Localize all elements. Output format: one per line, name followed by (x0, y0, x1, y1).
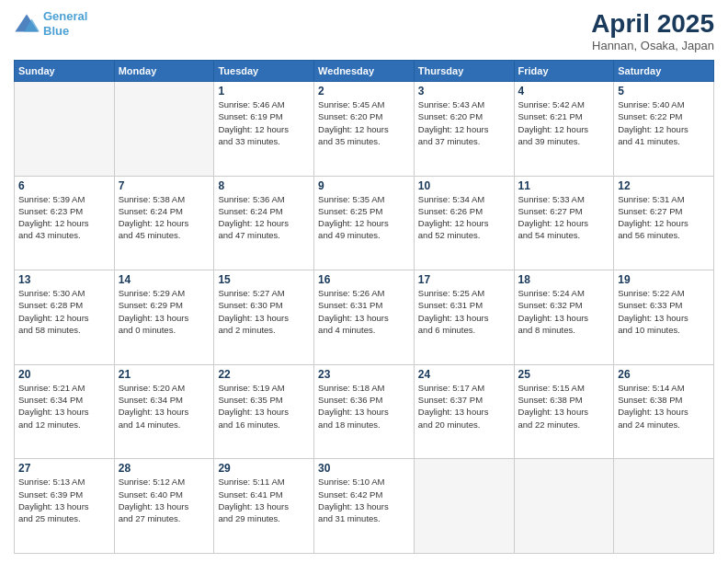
calendar-cell: 18Sunrise: 5:24 AM Sunset: 6:32 PM Dayli… (514, 270, 614, 365)
week-row-1: 1Sunrise: 5:46 AM Sunset: 6:19 PM Daylig… (15, 82, 714, 177)
day-number: 14 (119, 273, 210, 286)
calendar-cell: 17Sunrise: 5:25 AM Sunset: 6:31 PM Dayli… (414, 270, 514, 365)
logo-text: General Blue (43, 9, 87, 38)
month-title: April 2025 (591, 9, 714, 39)
calendar-cell (514, 459, 614, 554)
day-info: Sunrise: 5:34 AM Sunset: 6:26 PM Dayligh… (418, 193, 510, 242)
col-header-wednesday: Wednesday (314, 61, 415, 82)
day-number: 21 (119, 368, 210, 381)
day-number: 23 (318, 368, 410, 381)
calendar-cell: 30Sunrise: 5:10 AM Sunset: 6:42 PM Dayli… (314, 459, 415, 554)
calendar-cell: 9Sunrise: 5:35 AM Sunset: 6:25 PM Daylig… (314, 176, 415, 270)
day-number: 4 (518, 85, 610, 98)
day-number: 24 (418, 368, 510, 381)
day-info: Sunrise: 5:39 AM Sunset: 6:23 PM Dayligh… (18, 193, 110, 242)
col-header-sunday: Sunday (15, 61, 115, 82)
day-number: 13 (18, 273, 110, 286)
day-info: Sunrise: 5:25 AM Sunset: 6:31 PM Dayligh… (418, 287, 510, 336)
day-info: Sunrise: 5:11 AM Sunset: 6:41 PM Dayligh… (218, 476, 310, 524)
calendar-cell: 16Sunrise: 5:26 AM Sunset: 6:31 PM Dayli… (314, 270, 415, 365)
calendar-cell: 7Sunrise: 5:38 AM Sunset: 6:24 PM Daylig… (114, 176, 214, 270)
day-info: Sunrise: 5:40 AM Sunset: 6:22 PM Dayligh… (618, 98, 710, 147)
week-row-5: 27Sunrise: 5:13 AM Sunset: 6:39 PM Dayli… (15, 459, 714, 554)
col-header-saturday: Saturday (614, 61, 714, 82)
day-number: 12 (618, 179, 710, 192)
day-info: Sunrise: 5:18 AM Sunset: 6:36 PM Dayligh… (318, 382, 410, 431)
calendar-cell: 25Sunrise: 5:15 AM Sunset: 6:38 PM Dayli… (514, 364, 614, 459)
day-number: 29 (218, 462, 310, 475)
calendar-cell: 4Sunrise: 5:42 AM Sunset: 6:21 PM Daylig… (514, 82, 614, 177)
calendar-cell: 3Sunrise: 5:43 AM Sunset: 6:20 PM Daylig… (414, 82, 514, 177)
calendar-cell: 12Sunrise: 5:31 AM Sunset: 6:27 PM Dayli… (614, 176, 714, 270)
day-info: Sunrise: 5:24 AM Sunset: 6:32 PM Dayligh… (518, 287, 610, 336)
day-number: 15 (218, 273, 310, 286)
calendar-cell: 23Sunrise: 5:18 AM Sunset: 6:36 PM Dayli… (314, 364, 415, 459)
day-info: Sunrise: 5:33 AM Sunset: 6:27 PM Dayligh… (518, 193, 610, 242)
day-number: 7 (119, 179, 210, 192)
logo-icon (14, 11, 40, 37)
calendar-table: SundayMondayTuesdayWednesdayThursdayFrid… (14, 60, 714, 554)
day-info: Sunrise: 5:35 AM Sunset: 6:25 PM Dayligh… (318, 193, 410, 242)
calendar-cell (114, 82, 214, 177)
week-row-2: 6Sunrise: 5:39 AM Sunset: 6:23 PM Daylig… (15, 176, 714, 270)
day-number: 26 (618, 368, 710, 381)
day-number: 16 (318, 273, 410, 286)
day-info: Sunrise: 5:21 AM Sunset: 6:34 PM Dayligh… (18, 382, 110, 431)
calendar-cell: 22Sunrise: 5:19 AM Sunset: 6:35 PM Dayli… (214, 364, 314, 459)
day-number: 8 (218, 179, 310, 192)
day-info: Sunrise: 5:27 AM Sunset: 6:30 PM Dayligh… (218, 287, 310, 336)
calendar-cell: 29Sunrise: 5:11 AM Sunset: 6:41 PM Dayli… (214, 459, 314, 554)
day-info: Sunrise: 5:22 AM Sunset: 6:33 PM Dayligh… (618, 287, 710, 336)
day-number: 3 (418, 85, 510, 98)
day-info: Sunrise: 5:29 AM Sunset: 6:29 PM Dayligh… (119, 287, 210, 336)
calendar-cell: 11Sunrise: 5:33 AM Sunset: 6:27 PM Dayli… (514, 176, 614, 270)
calendar-cell: 19Sunrise: 5:22 AM Sunset: 6:33 PM Dayli… (614, 270, 714, 365)
day-number: 6 (18, 179, 110, 192)
day-info: Sunrise: 5:46 AM Sunset: 6:19 PM Dayligh… (218, 98, 310, 147)
day-number: 1 (218, 85, 310, 98)
day-info: Sunrise: 5:45 AM Sunset: 6:20 PM Dayligh… (318, 98, 410, 147)
day-info: Sunrise: 5:15 AM Sunset: 6:38 PM Dayligh… (518, 382, 610, 431)
week-row-3: 13Sunrise: 5:30 AM Sunset: 6:28 PM Dayli… (15, 270, 714, 365)
day-number: 20 (18, 368, 110, 381)
day-info: Sunrise: 5:20 AM Sunset: 6:34 PM Dayligh… (119, 382, 210, 431)
calendar-cell: 2Sunrise: 5:45 AM Sunset: 6:20 PM Daylig… (314, 82, 415, 177)
calendar-cell: 1Sunrise: 5:46 AM Sunset: 6:19 PM Daylig… (214, 82, 314, 177)
calendar-cell: 20Sunrise: 5:21 AM Sunset: 6:34 PM Dayli… (15, 364, 115, 459)
col-header-monday: Monday (114, 61, 214, 82)
day-number: 18 (518, 273, 610, 286)
day-info: Sunrise: 5:10 AM Sunset: 6:42 PM Dayligh… (318, 476, 410, 524)
calendar-cell: 24Sunrise: 5:17 AM Sunset: 6:37 PM Dayli… (414, 364, 514, 459)
day-number: 10 (418, 179, 510, 192)
day-number: 25 (518, 368, 610, 381)
day-info: Sunrise: 5:43 AM Sunset: 6:20 PM Dayligh… (418, 98, 510, 147)
day-number: 22 (218, 368, 310, 381)
logo-general: General (43, 9, 87, 23)
calendar-cell: 10Sunrise: 5:34 AM Sunset: 6:26 PM Dayli… (414, 176, 514, 270)
calendar-cell: 21Sunrise: 5:20 AM Sunset: 6:34 PM Dayli… (114, 364, 214, 459)
calendar-cell: 6Sunrise: 5:39 AM Sunset: 6:23 PM Daylig… (15, 176, 115, 270)
logo: General Blue (14, 9, 87, 38)
day-number: 30 (318, 462, 410, 475)
day-info: Sunrise: 5:26 AM Sunset: 6:31 PM Dayligh… (318, 287, 410, 336)
calendar-cell: 26Sunrise: 5:14 AM Sunset: 6:38 PM Dayli… (614, 364, 714, 459)
col-header-thursday: Thursday (414, 61, 514, 82)
day-number: 9 (318, 179, 410, 192)
calendar-cell (614, 459, 714, 554)
header: General Blue April 2025 Hannan, Osaka, J… (14, 9, 714, 52)
day-info: Sunrise: 5:42 AM Sunset: 6:21 PM Dayligh… (518, 98, 610, 147)
day-info: Sunrise: 5:13 AM Sunset: 6:39 PM Dayligh… (18, 476, 110, 524)
day-info: Sunrise: 5:31 AM Sunset: 6:27 PM Dayligh… (618, 193, 710, 242)
calendar-cell: 8Sunrise: 5:36 AM Sunset: 6:24 PM Daylig… (214, 176, 314, 270)
day-number: 17 (418, 273, 510, 286)
day-number: 28 (119, 462, 210, 475)
day-info: Sunrise: 5:38 AM Sunset: 6:24 PM Dayligh… (119, 193, 210, 242)
title-block: April 2025 Hannan, Osaka, Japan (591, 9, 714, 52)
col-header-tuesday: Tuesday (214, 61, 314, 82)
page: General Blue April 2025 Hannan, Osaka, J… (0, 0, 728, 563)
day-number: 27 (18, 462, 110, 475)
day-number: 2 (318, 85, 410, 98)
day-number: 5 (618, 85, 710, 98)
logo-blue: Blue (43, 24, 69, 38)
calendar-cell: 13Sunrise: 5:30 AM Sunset: 6:28 PM Dayli… (15, 270, 115, 365)
